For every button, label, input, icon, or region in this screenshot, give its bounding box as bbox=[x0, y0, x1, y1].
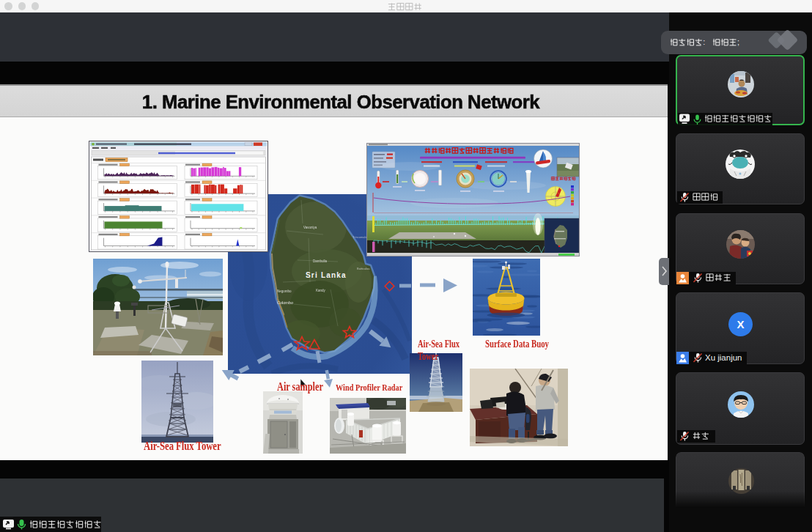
svg-text::: : bbox=[703, 37, 705, 46]
svg-text:;: ; bbox=[737, 37, 739, 46]
